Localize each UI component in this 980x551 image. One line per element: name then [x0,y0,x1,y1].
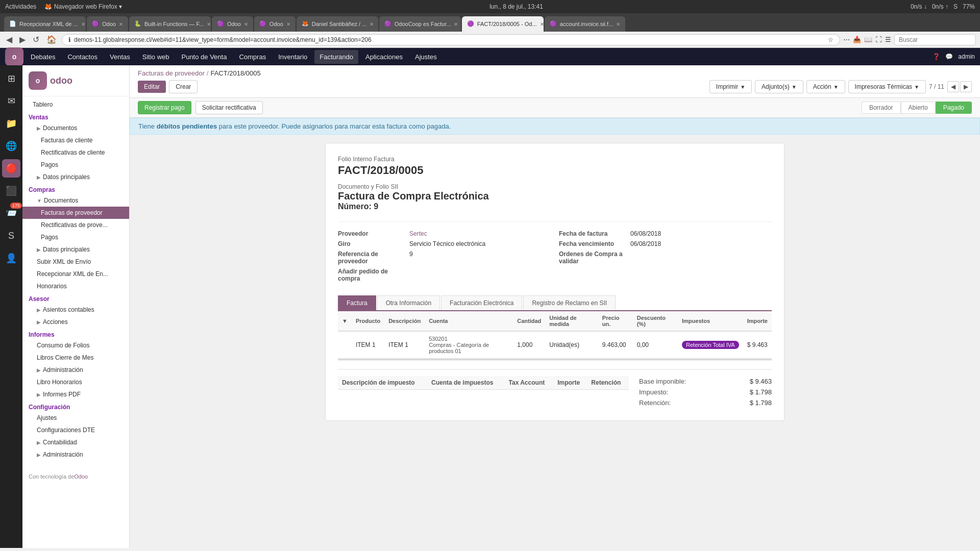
sidebar-item-pagos-compras[interactable]: Pagos [22,231,129,243]
sidebar-item-rectificativas-cliente[interactable]: Rectificativas de cliente [22,146,129,159]
pocket-icon[interactable]: 📥 [853,36,861,43]
tab-close-5[interactable]: ✕ [370,21,374,27]
forward-button[interactable]: ▶ [17,34,28,45]
settings-icon[interactable]: ☰ [885,36,891,43]
table-row[interactable]: ITEM 1 ITEM 1 530201Compras - Categoría … [338,331,772,359]
taskbar-apps-icon[interactable]: ⊞ [2,69,20,88]
accion-button[interactable]: Acción ▼ [806,80,845,93]
extensions-icon[interactable]: ⋯ [843,36,850,43]
browser-tab-1[interactable]: 🟣 Odoo ✕ [87,16,128,32]
taskbar-user-icon[interactable]: 👤 [2,249,20,267]
sidebar-item-documentos-compras[interactable]: ▼ Documentos [22,194,129,207]
sidebar-item-libro-honorarios[interactable]: Libro Honorarios [22,376,129,388]
tab-close-2[interactable]: ✕ [207,21,211,27]
browser-tab-4[interactable]: 🟣 Odoo ✕ [254,16,296,32]
menu-sitio-web[interactable]: Sitio web [137,50,175,64]
sidebar-item-subir-xml[interactable]: Subir XML de Envío [22,256,129,268]
create-button[interactable]: Crear [169,80,198,93]
status-tab-borrador[interactable]: Borrador [862,102,901,114]
user-menu[interactable]: admin [958,53,975,60]
browser-tab-2[interactable]: 🐍 Built-in Functions — F... ✕ [129,16,211,32]
taskbar-active-icon[interactable]: 🔴 [2,159,20,178]
browser-tab-0[interactable]: 📄 Recepcionar XML de ... ✕ [4,16,86,32]
sidebar-item-asientos-contables[interactable]: ▶ Asientos contables [22,304,129,316]
address-bar[interactable]: ℹ demos-11.globalresponse.cl/web#id=11&v… [62,34,840,45]
tab-facturacion-electronica[interactable]: Facturación Electrónica [441,295,522,310]
edit-button[interactable]: Editar [138,81,166,93]
taskbar-email-icon[interactable]: ✉ [2,92,20,110]
fullscreen-icon[interactable]: ⛶ [875,36,882,43]
adjuntos-button[interactable]: Adjunto(s) ▼ [755,80,803,93]
chat-icon[interactable]: 💬 [945,53,953,60]
menu-facturando[interactable]: Facturando [314,50,358,64]
tab-close-1[interactable]: ✕ [119,21,123,27]
sidebar-logo[interactable]: o odoo [22,65,129,96]
browser-tab-5[interactable]: 🦊 Daniel Santibáñez / ... ✕ [297,16,378,32]
menu-inventario[interactable]: Inventario [273,50,312,64]
status-tab-abierto[interactable]: Abierto [901,102,936,114]
help-icon[interactable]: ❓ [933,53,940,60]
os-activities[interactable]: Actividades [5,3,36,10]
taskbar-skype-icon[interactable]: S [2,227,20,245]
tab-close-8[interactable]: ✕ [616,21,620,27]
proveedor-value[interactable]: Sertec [409,230,427,237]
sidebar-item-administracion-config[interactable]: ▶ Administración [22,448,129,461]
breadcrumb-parent[interactable]: Facturas de proveedor [138,69,205,77]
browser-tab-8[interactable]: 🟣 account.invoice.sii.f... ✕ [545,16,626,32]
reload-button[interactable]: ↺ [31,34,41,45]
browser-tab-3[interactable]: 🟣 Odoo ✕ [212,16,253,32]
browser-tab-6[interactable]: 🟣 OdooCoop es Factur... ✕ [379,16,461,32]
sidebar-item-datos-principales-ventas[interactable]: ▶ Datos principales [22,171,129,183]
tab-close-7[interactable]: ✕ [540,21,544,27]
sidebar-item-administracion-informes[interactable]: ▶ Administración [22,364,129,376]
prev-record-button[interactable]: ◀ [947,81,959,92]
tab-registro-reclamo[interactable]: Registro de Reclamo en SII [523,295,616,310]
solicit-rectification-button[interactable]: Solicitar rectificativa [195,101,263,114]
sidebar-item-informes-pdf[interactable]: ▶ Informes PDF [22,388,129,400]
tab-factura[interactable]: Factura [338,295,376,310]
sidebar-item-datos-principales-compras[interactable]: ▶ Datos principales [22,243,129,256]
back-button[interactable]: ◀ [4,34,14,45]
sidebar-item-libros-cierre[interactable]: Libros Cierre de Mes [22,352,129,364]
print-button[interactable]: Imprimir ▼ [709,80,752,93]
sidebar-item-consumo-folios[interactable]: Consumo de Folios [22,339,129,352]
reader-icon[interactable]: 📖 [864,36,872,43]
os-firefox-menu[interactable]: 🦊 Navegador web Firefox ▾ [44,3,122,10]
menu-ajustes[interactable]: Ajustes [410,50,442,64]
sidebar-item-contabilidad[interactable]: ▶ Contabilidad [22,436,129,448]
tab-close-3[interactable]: ✕ [244,21,248,27]
sidebar-item-acciones[interactable]: ▶ Acciones [22,316,129,328]
tab-close-0[interactable]: ✕ [81,21,85,27]
impresoras-button[interactable]: Impresoras Térmicas ▼ [848,80,926,93]
taskbar-firefox-icon[interactable]: 🌐 [2,137,20,155]
menu-debates[interactable]: Debates [26,50,60,64]
browser-tab-7[interactable]: 🟣 FACT/2018/0005 - Od... ✕ [462,16,544,32]
sidebar-item-ajustes[interactable]: Ajustes [22,412,129,424]
status-tab-pagado[interactable]: Pagado [936,102,972,114]
sidebar-item-tablero[interactable]: Tablero [22,98,129,111]
odoo-logo[interactable]: o [5,47,23,66]
bookmark-icon[interactable]: ☆ [828,36,834,43]
resize-bar[interactable] [338,359,772,361]
tab-otra-info[interactable]: Otra Información [377,295,440,310]
tab-close-4[interactable]: ✕ [286,21,290,27]
home-button[interactable]: 🏠 [44,34,59,45]
sidebar-item-honorarios[interactable]: Honorarios [22,280,129,292]
register-payment-button[interactable]: Registrar pago [138,101,191,114]
taskbar-terminal-icon[interactable]: ⬛ [2,182,20,200]
sidebar-item-facturas-proveedor[interactable]: Facturas de proveedor [22,207,129,219]
sidebar-item-pagos-ventas[interactable]: Pagos [22,159,129,171]
sidebar-item-documentos-ventas[interactable]: ▶ Documentos [22,122,129,134]
menu-punto-venta[interactable]: Punto de Venta [176,50,232,64]
menu-aplicaciones[interactable]: Aplicaciones [360,50,408,64]
menu-contactos[interactable]: Contactos [62,50,103,64]
next-record-button[interactable]: ▶ [960,81,972,92]
menu-compras[interactable]: Compras [234,50,271,64]
browser-search-input[interactable] [894,34,976,45]
tab-close-6[interactable]: ✕ [454,21,458,27]
menu-ventas[interactable]: Ventas [105,50,135,64]
taskbar-files-icon[interactable]: 📁 [2,114,20,133]
sidebar-item-rectificativas-proveedor[interactable]: Rectificativas de prove... [22,219,129,231]
sidebar-item-recepcionar-xml[interactable]: Recepcionar XML de En... [22,268,129,280]
sidebar-item-facturas-cliente[interactable]: Facturas de cliente [22,134,129,146]
